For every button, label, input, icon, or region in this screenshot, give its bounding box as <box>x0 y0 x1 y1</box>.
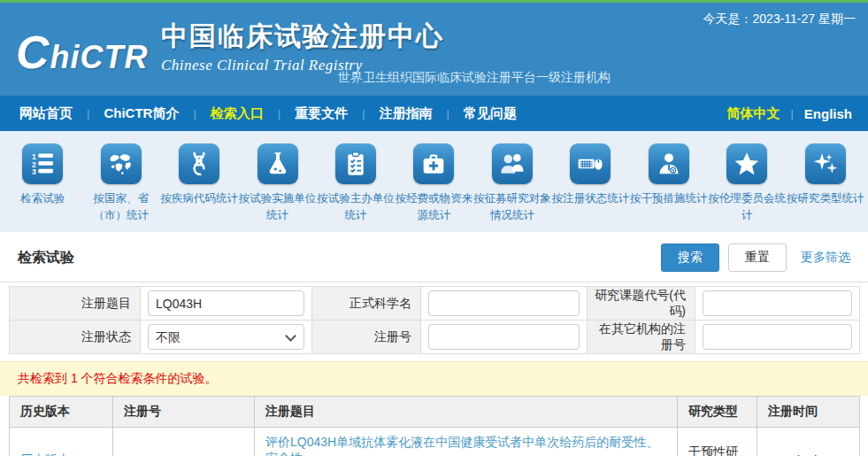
history-version-link[interactable]: 历史版本 <box>20 452 70 456</box>
doctor-icon <box>649 143 689 184</box>
nav-separator: | <box>447 107 449 120</box>
nav-separator: | <box>87 107 89 120</box>
reg-number-input[interactable] <box>428 324 580 350</box>
result-count-message: 共检索到 1 个符合检索条件的试验。 <box>0 361 868 396</box>
flask-icon <box>257 143 298 184</box>
dna-icon <box>179 143 219 184</box>
nav-item-about[interactable]: ChiCTR简介 <box>100 105 182 122</box>
who-platform-subtitle: 世界卫生组织国际临床试验注册平台一级注册机构 <box>338 70 611 86</box>
language-switch: 简体中文 | English <box>726 105 852 122</box>
table-row: 历史版本 ChiCTR2300069500 评价LQ043H单域抗体雾化液在中国… <box>10 428 860 456</box>
clipboard-icon <box>335 143 376 184</box>
stat-by-ethics-committee[interactable]: 按伦理委员会统计 <box>708 143 786 232</box>
col-reg-title: 注册题目 <box>255 397 678 428</box>
search-section-header: 检索试验 搜索 重置 更多筛选 <box>0 232 868 282</box>
lang-english[interactable]: English <box>804 106 852 121</box>
search-actions: 搜索 重置 更多筛选 <box>661 243 850 272</box>
site-title-block: 中国临床试验注册中心 Chinese Clinical Trial Regist… <box>161 19 444 74</box>
main-navbar: 网站首页 | ChiCTR简介 | 检索入口 | 重要文件 | 注册指南 | 常… <box>0 96 868 131</box>
scientific-name-label: 正式科学名 <box>312 287 421 321</box>
nav-item-search-entry[interactable]: 检索入口 <box>207 105 267 122</box>
site-title-zh: 中国临床试验注册中心 <box>161 19 444 55</box>
nav-item-documents[interactable]: 重要文件 <box>291 105 351 122</box>
quick-stats-strip: 1 2 3 检索试验 按国家、省（市）统计 <box>0 131 868 232</box>
stat-by-country-province[interactable]: 按国家、省（市）统计 <box>81 143 159 232</box>
people-icon <box>492 143 533 184</box>
nav-menu: 网站首页 | ChiCTR简介 | 检索入口 | 重要文件 | 注册指南 | 常… <box>16 105 520 122</box>
search-form: 注册题目 正式科学名 研究课题代号(代码) 注册状态 不限 注册号 在其它机构的… <box>9 286 860 354</box>
reg-title-input[interactable] <box>148 290 304 316</box>
results-table: 历史版本 注册号 注册题目 研究类型 注册时间 历史版本 ChiCTR23000… <box>9 396 860 456</box>
page-title: 检索试验 <box>18 249 74 267</box>
world-map-icon <box>101 143 142 184</box>
nav-item-guide[interactable]: 注册指南 <box>376 105 436 122</box>
project-code-label: 研究课题代号(代码) <box>588 287 695 321</box>
stat-by-funding-source[interactable]: 按经费或物资来源统计 <box>395 143 472 232</box>
other-reg-number-input[interactable] <box>703 324 852 350</box>
stat-by-implementing-unit[interactable]: 按试验实施单位统计 <box>238 143 316 232</box>
nav-separator: | <box>193 107 196 120</box>
reg-status-label: 注册状态 <box>10 321 141 354</box>
stat-search-trials[interactable]: 1 2 3 检索试验 <box>4 143 81 232</box>
star-icon <box>726 143 767 184</box>
more-filters-link[interactable]: 更多筛选 <box>801 250 850 266</box>
stat-by-sponsor-unit[interactable]: 按试验主办单位统计 <box>317 143 395 232</box>
keyboard-mouse-icon <box>570 143 611 184</box>
col-study-type: 研究类型 <box>678 397 757 428</box>
stat-by-disease-code[interactable]: 按疾病代码统计 <box>160 143 238 232</box>
reg-title-label: 注册题目 <box>10 287 141 321</box>
project-code-input[interactable] <box>703 290 852 316</box>
col-reg-number: 注册号 <box>113 397 255 428</box>
lang-simplified-chinese[interactable]: 简体中文 <box>726 105 780 122</box>
nav-item-home[interactable]: 网站首页 <box>16 105 76 122</box>
scientific-name-input[interactable] <box>428 290 580 316</box>
nav-separator: | <box>278 107 280 120</box>
sparkles-icon <box>805 143 846 184</box>
trial-title-link[interactable]: 评价LQ043H单域抗体雾化液在中国健康受试者中单次给药后的耐受性、安全性、..… <box>265 435 666 456</box>
study-type-value: 干预性研究 <box>678 428 757 456</box>
stat-by-intervention[interactable]: 按干预措施统计 <box>630 143 708 232</box>
reg-status-select[interactable]: 不限 <box>148 324 304 350</box>
chictr-logo[interactable]: ChiCTR <box>16 26 149 79</box>
site-header: ChiCTR 中国临床试验注册中心 Chinese Clinical Trial… <box>0 3 868 96</box>
svg-text:3: 3 <box>32 167 36 176</box>
stat-by-registration-status[interactable]: 按注册状态统计 <box>551 143 629 232</box>
col-history-version: 历史版本 <box>10 397 113 428</box>
nav-separator: | <box>790 107 793 120</box>
stat-by-recruitment-status[interactable]: 按征募研究对象情况统计 <box>473 143 551 232</box>
other-reg-number-label: 在其它机构的注册号 <box>588 321 695 354</box>
reg-number-value: ChiCTR2300069500 <box>124 453 245 456</box>
reg-date-value: 2023/03/20 <box>757 428 860 456</box>
current-date: 今天是：2023-11-27 星期一 <box>703 12 856 27</box>
col-reg-date: 注册时间 <box>757 397 860 428</box>
numbered-list-icon: 1 2 3 <box>22 143 63 184</box>
nav-separator: | <box>362 107 365 120</box>
results-header-row: 历史版本 注册号 注册题目 研究类型 注册时间 <box>10 397 860 428</box>
medical-bag-icon <box>413 143 454 184</box>
reg-number-label: 注册号 <box>312 321 421 354</box>
stat-by-study-type[interactable]: 按研究类型统计 <box>787 143 864 232</box>
reg-status-select-wrap: 不限 <box>148 324 304 350</box>
search-button[interactable]: 搜索 <box>661 243 719 272</box>
nav-item-faq[interactable]: 常见问题 <box>460 105 520 122</box>
reset-button[interactable]: 重置 <box>728 243 787 272</box>
